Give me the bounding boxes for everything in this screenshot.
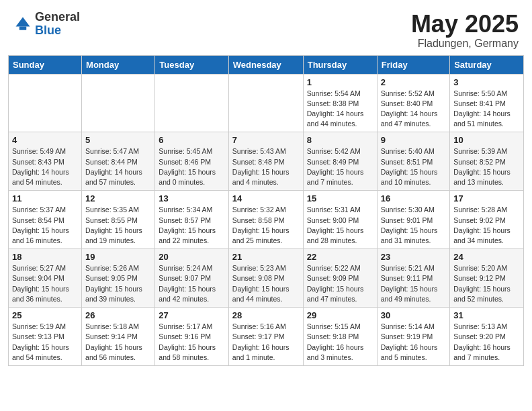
day-number: 2 xyxy=(381,77,447,87)
table-row xyxy=(82,74,155,132)
table-row: 22Sunrise: 5:22 AMSunset: 9:09 PMDayligh… xyxy=(303,249,377,308)
day-number: 8 xyxy=(307,135,373,145)
day-number: 17 xyxy=(453,193,520,203)
day-number: 25 xyxy=(12,310,78,320)
day-number: 31 xyxy=(453,310,520,320)
table-row: 19Sunrise: 5:26 AMSunset: 9:05 PMDayligh… xyxy=(82,249,155,308)
day-info: Sunrise: 5:32 AMSunset: 8:58 PMDaylight:… xyxy=(232,205,300,246)
table-row: 23Sunrise: 5:21 AMSunset: 9:11 PMDayligh… xyxy=(377,249,450,308)
table-row: 4Sunrise: 5:49 AMSunset: 8:43 PMDaylight… xyxy=(9,132,82,191)
day-number: 1 xyxy=(307,77,373,87)
table-row: 18Sunrise: 5:27 AMSunset: 9:04 PMDayligh… xyxy=(9,249,82,308)
table-row: 8Sunrise: 5:42 AMSunset: 8:49 PMDaylight… xyxy=(303,132,377,191)
day-info: Sunrise: 5:14 AMSunset: 9:19 PMDaylight:… xyxy=(381,322,447,363)
table-row: 6Sunrise: 5:45 AMSunset: 8:46 PMDaylight… xyxy=(155,132,228,191)
day-info: Sunrise: 5:24 AMSunset: 9:07 PMDaylight:… xyxy=(159,263,224,304)
day-info: Sunrise: 5:19 AMSunset: 9:13 PMDaylight:… xyxy=(12,322,78,363)
day-info: Sunrise: 5:37 AMSunset: 8:54 PMDaylight:… xyxy=(12,205,78,246)
table-row: 13Sunrise: 5:34 AMSunset: 8:57 PMDayligh… xyxy=(155,191,228,249)
day-info: Sunrise: 5:16 AMSunset: 9:17 PMDaylight:… xyxy=(232,322,300,363)
day-info: Sunrise: 5:17 AMSunset: 9:16 PMDaylight:… xyxy=(159,322,224,363)
calendar-table: Sunday Monday Tuesday Wednesday Thursday… xyxy=(8,55,524,366)
col-sunday: Sunday xyxy=(9,55,82,74)
day-number: 28 xyxy=(232,310,300,320)
table-row: 21Sunrise: 5:23 AMSunset: 9:08 PMDayligh… xyxy=(228,249,303,308)
table-row xyxy=(9,74,82,132)
table-row: 31Sunrise: 5:13 AMSunset: 9:20 PMDayligh… xyxy=(450,308,524,366)
col-wednesday: Wednesday xyxy=(228,55,303,74)
table-row: 3Sunrise: 5:50 AMSunset: 8:41 PMDaylight… xyxy=(450,74,524,132)
day-number: 21 xyxy=(232,252,300,262)
logo-icon xyxy=(13,15,32,34)
calendar-wrap: Sunday Monday Tuesday Wednesday Thursday… xyxy=(0,55,532,374)
day-info: Sunrise: 5:26 AMSunset: 9:05 PMDaylight:… xyxy=(85,263,151,304)
day-number: 11 xyxy=(12,193,78,203)
day-info: Sunrise: 5:45 AMSunset: 8:46 PMDaylight:… xyxy=(159,146,224,187)
table-row: 20Sunrise: 5:24 AMSunset: 9:07 PMDayligh… xyxy=(155,249,228,308)
table-row: 10Sunrise: 5:39 AMSunset: 8:52 PMDayligh… xyxy=(450,132,524,191)
day-number: 16 xyxy=(381,193,447,203)
day-number: 19 xyxy=(85,252,151,262)
day-info: Sunrise: 5:28 AMSunset: 9:02 PMDaylight:… xyxy=(453,205,520,246)
location-title: Fladungen, Germany xyxy=(411,38,519,50)
calendar-header: Sunday Monday Tuesday Wednesday Thursday… xyxy=(9,55,524,74)
day-number: 23 xyxy=(381,252,447,262)
day-number: 26 xyxy=(85,310,151,320)
day-info: Sunrise: 5:50 AMSunset: 8:41 PMDaylight:… xyxy=(453,89,520,130)
table-row: 24Sunrise: 5:20 AMSunset: 9:12 PMDayligh… xyxy=(450,249,524,308)
table-row: 2Sunrise: 5:52 AMSunset: 8:40 PMDaylight… xyxy=(377,74,450,132)
table-row: 7Sunrise: 5:43 AMSunset: 8:48 PMDaylight… xyxy=(228,132,303,191)
day-info: Sunrise: 5:30 AMSunset: 9:01 PMDaylight:… xyxy=(381,205,447,246)
day-info: Sunrise: 5:42 AMSunset: 8:49 PMDaylight:… xyxy=(307,146,373,187)
day-number: 15 xyxy=(307,193,373,203)
day-number: 12 xyxy=(85,193,151,203)
day-info: Sunrise: 5:23 AMSunset: 9:08 PMDaylight:… xyxy=(232,263,300,304)
day-info: Sunrise: 5:27 AMSunset: 9:04 PMDaylight:… xyxy=(12,263,78,304)
day-info: Sunrise: 5:40 AMSunset: 8:51 PMDaylight:… xyxy=(381,146,447,187)
logo: General Blue xyxy=(13,11,80,38)
table-row: 16Sunrise: 5:30 AMSunset: 9:01 PMDayligh… xyxy=(377,191,450,249)
col-tuesday: Tuesday xyxy=(155,55,228,74)
calendar-body: 1Sunrise: 5:54 AMSunset: 8:38 PMDaylight… xyxy=(9,74,524,365)
day-number: 18 xyxy=(12,252,78,262)
day-info: Sunrise: 5:13 AMSunset: 9:20 PMDaylight:… xyxy=(453,322,520,363)
col-friday: Friday xyxy=(377,55,450,74)
day-number: 5 xyxy=(85,135,151,145)
table-row: 28Sunrise: 5:16 AMSunset: 9:17 PMDayligh… xyxy=(228,308,303,366)
day-number: 7 xyxy=(232,135,300,145)
table-row: 9Sunrise: 5:40 AMSunset: 8:51 PMDaylight… xyxy=(377,132,450,191)
table-row: 17Sunrise: 5:28 AMSunset: 9:02 PMDayligh… xyxy=(450,191,524,249)
day-info: Sunrise: 5:20 AMSunset: 9:12 PMDaylight:… xyxy=(453,263,520,304)
month-title: May 2025 xyxy=(411,11,519,38)
title-block: May 2025 Fladungen, Germany xyxy=(411,11,519,50)
day-number: 29 xyxy=(307,310,373,320)
table-row: 27Sunrise: 5:17 AMSunset: 9:16 PMDayligh… xyxy=(155,308,228,366)
day-number: 10 xyxy=(453,135,520,145)
table-row xyxy=(228,74,303,132)
svg-rect-1 xyxy=(19,26,27,30)
table-row: 12Sunrise: 5:35 AMSunset: 8:55 PMDayligh… xyxy=(82,191,155,249)
col-saturday: Saturday xyxy=(450,55,524,74)
col-monday: Monday xyxy=(82,55,155,74)
day-info: Sunrise: 5:47 AMSunset: 8:44 PMDaylight:… xyxy=(85,146,151,187)
day-number: 22 xyxy=(307,252,373,262)
day-info: Sunrise: 5:31 AMSunset: 9:00 PMDaylight:… xyxy=(307,205,373,246)
table-row: 25Sunrise: 5:19 AMSunset: 9:13 PMDayligh… xyxy=(9,308,82,366)
day-info: Sunrise: 5:21 AMSunset: 9:11 PMDaylight:… xyxy=(381,263,447,304)
page-header: General Blue May 2025 Fladungen, Germany xyxy=(0,0,532,55)
table-row: 30Sunrise: 5:14 AMSunset: 9:19 PMDayligh… xyxy=(377,308,450,366)
day-info: Sunrise: 5:39 AMSunset: 8:52 PMDaylight:… xyxy=(453,146,520,187)
day-number: 4 xyxy=(12,135,78,145)
day-info: Sunrise: 5:49 AMSunset: 8:43 PMDaylight:… xyxy=(12,146,78,187)
table-row: 11Sunrise: 5:37 AMSunset: 8:54 PMDayligh… xyxy=(9,191,82,249)
day-number: 13 xyxy=(159,193,224,203)
day-number: 14 xyxy=(232,193,300,203)
table-row: 26Sunrise: 5:18 AMSunset: 9:14 PMDayligh… xyxy=(82,308,155,366)
day-info: Sunrise: 5:54 AMSunset: 8:38 PMDaylight:… xyxy=(307,89,373,130)
day-number: 27 xyxy=(159,310,224,320)
day-number: 3 xyxy=(453,77,520,87)
day-info: Sunrise: 5:35 AMSunset: 8:55 PMDaylight:… xyxy=(85,205,151,246)
day-info: Sunrise: 5:52 AMSunset: 8:40 PMDaylight:… xyxy=(381,89,447,130)
table-row: 5Sunrise: 5:47 AMSunset: 8:44 PMDaylight… xyxy=(82,132,155,191)
logo-general: General Blue xyxy=(35,11,80,38)
